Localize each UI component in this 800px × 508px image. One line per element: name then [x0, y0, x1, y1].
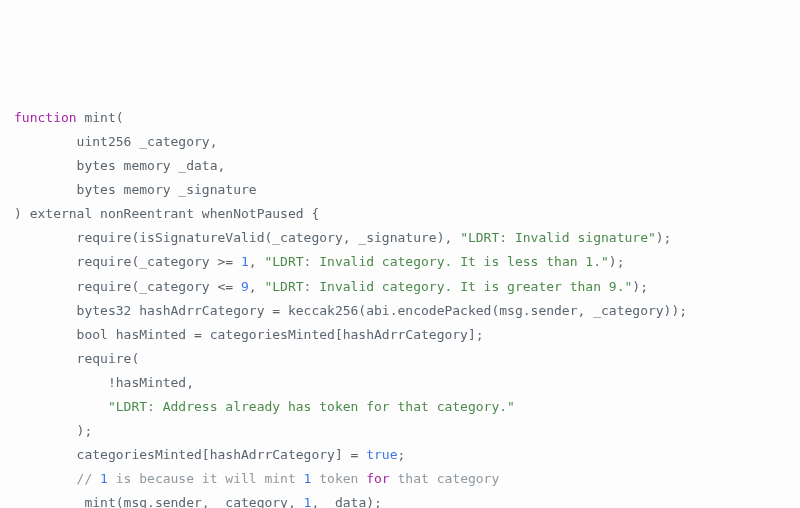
code-text: , _data); [311, 495, 381, 508]
code-line: ) external nonReentrant whenNotPaused { [14, 202, 786, 226]
fn-name: mint( [77, 110, 124, 125]
string-literal: "LDRT: Address already has token for tha… [14, 395, 786, 419]
string-literal: "LDRT: Invalid category. It is less than… [264, 254, 608, 269]
bool-literal: true [366, 447, 397, 462]
comment: is because it will mint [108, 471, 304, 486]
code-line: !hasMinted, [14, 371, 786, 395]
code-line: function mint( [14, 106, 786, 130]
code-line: require(_category >= 1, "LDRT: Invalid c… [14, 250, 786, 274]
number-literal: 1 [241, 254, 249, 269]
string-literal: "LDRT: Invalid category. It is greater t… [264, 279, 632, 294]
code-line: categoriesMinted[hashAdrrCategory] = tru… [14, 443, 786, 467]
code-text: , [249, 254, 265, 269]
number-literal: 9 [241, 279, 249, 294]
code-line: ); [14, 419, 786, 443]
code-text: ); [609, 254, 625, 269]
code-text: ); [632, 279, 648, 294]
code-text: ); [656, 230, 672, 245]
keyword-for: for [366, 471, 389, 486]
code-text: require(_category <= [14, 279, 241, 294]
code-line: require( [14, 347, 786, 371]
comment: token [311, 471, 366, 486]
code-text: ; [398, 447, 406, 462]
code-line: require(isSignatureValid(_category, _sig… [14, 226, 786, 250]
code-text: require(_category >= [14, 254, 241, 269]
code-line: bool hasMinted = categoriesMinted[hashAd… [14, 323, 786, 347]
code-line: bytes32 hashAdrrCategory = keccak256(abi… [14, 299, 786, 323]
code-block: function mint( uint256 _category, bytes … [14, 106, 786, 508]
comment: // [14, 471, 100, 486]
code-line: // 1 is because it will mint 1 token for… [14, 467, 786, 491]
code-text: , [249, 279, 265, 294]
code-text: require(isSignatureValid(_category, _sig… [14, 230, 460, 245]
code-line: bytes memory _signature [14, 178, 786, 202]
comment: that category [390, 471, 500, 486]
code-text: _mint(msg.sender, _category, [14, 495, 304, 508]
code-line: uint256 _category, [14, 130, 786, 154]
number-literal: 1 [100, 471, 108, 486]
keyword-function: function [14, 110, 77, 125]
string-literal: "LDRT: Invalid signature" [460, 230, 656, 245]
code-line: _mint(msg.sender, _category, 1, _data); [14, 491, 786, 508]
code-line: require(_category <= 9, "LDRT: Invalid c… [14, 275, 786, 299]
code-text: categoriesMinted[hashAdrrCategory] = [14, 447, 366, 462]
code-line: bytes memory _data, [14, 154, 786, 178]
